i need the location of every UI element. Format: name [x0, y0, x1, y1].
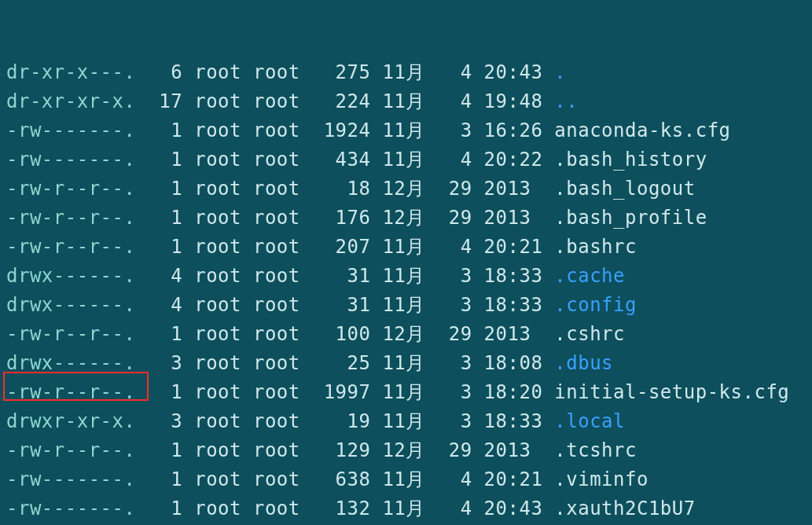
ls-row: -rw-------. 1 root root 1924 11月 3 16:26…: [6, 116, 806, 145]
time: 20:21: [484, 468, 543, 490]
group: root: [253, 236, 300, 258]
permissions: drwxr-xr-x.: [6, 410, 135, 432]
ls-row: -rw-------. 1 root root 132 11月 4 20:43 …: [6, 494, 806, 523]
day: 3: [437, 352, 472, 374]
permissions: -rw-------.: [6, 468, 135, 490]
owner: root: [194, 207, 241, 229]
permissions: -rw-r--r--.: [6, 236, 135, 258]
time: 2013: [484, 207, 543, 229]
size: 207: [312, 236, 371, 258]
size: 31: [312, 294, 371, 316]
terminal-output[interactable]: dr-xr-x---. 6 root root 275 11月 4 20:43 …: [0, 0, 812, 525]
filename: .bashrc: [554, 236, 637, 258]
link-count: 3: [147, 352, 182, 374]
filename: .viminfo: [554, 468, 648, 490]
group: root: [253, 207, 300, 229]
group: root: [253, 265, 300, 287]
permissions: -rw-r--r--.: [6, 439, 135, 461]
month: 11月: [382, 410, 424, 432]
filename: .local: [554, 410, 625, 432]
ls-row: -rw-------. 1 root root 638 11月 4 20:21 …: [6, 465, 806, 494]
filename: .cshrc: [554, 323, 625, 345]
time: 2013: [484, 323, 543, 345]
day: 4: [437, 90, 472, 112]
month: 11月: [382, 119, 424, 141]
month: 11月: [382, 149, 424, 171]
filename: .xauth2C1bU7: [554, 497, 695, 519]
link-count: 1: [147, 119, 182, 141]
month: 12月: [382, 439, 424, 461]
permissions: dr-xr-x---.: [6, 61, 135, 83]
time: 2013: [484, 178, 543, 200]
owner: root: [194, 178, 241, 200]
owner: root: [194, 236, 241, 258]
ls-row: -rw-r--r--. 1 root root 18 12月 29 2013 .…: [6, 174, 806, 204]
permissions: drwx------.: [6, 294, 135, 316]
permissions: -rw-r--r--.: [6, 323, 135, 345]
group: root: [253, 410, 300, 432]
day: 4: [437, 497, 472, 519]
link-count: 4: [147, 265, 182, 287]
filename: .config: [554, 294, 637, 316]
group: root: [253, 61, 300, 83]
size: 129: [312, 439, 371, 461]
link-count: 1: [147, 149, 182, 171]
month: 11月: [382, 468, 424, 490]
filename: .dbus: [554, 352, 613, 374]
link-count: 1: [147, 381, 182, 403]
day: 4: [437, 236, 472, 258]
day: 3: [437, 119, 472, 141]
group: root: [253, 352, 300, 374]
permissions: drwx------.: [6, 265, 135, 287]
ls-row: drwxr-xr-x. 3 root root 19 11月 3 18:33 .…: [6, 407, 806, 436]
day: 3: [437, 410, 472, 432]
day: 3: [437, 381, 472, 403]
owner: root: [194, 294, 241, 316]
group: root: [253, 119, 300, 141]
time: 18:20: [484, 381, 543, 403]
day: 4: [437, 468, 472, 490]
ls-row: dr-xr-x---. 6 root root 275 11月 4 20:43 …: [6, 58, 806, 87]
link-count: 1: [147, 178, 182, 200]
time: 20:43: [484, 61, 543, 83]
size: 18: [312, 178, 371, 200]
month: 11月: [382, 236, 424, 258]
group: root: [253, 323, 300, 345]
day: 3: [437, 294, 472, 316]
link-count: 1: [147, 439, 182, 461]
size: 100: [312, 323, 371, 345]
link-count: 6: [147, 61, 182, 83]
owner: root: [194, 90, 241, 112]
ls-row: -rw-r--r--. 1 root root 1997 11月 3 18:20…: [6, 378, 806, 407]
group: root: [253, 468, 300, 490]
month: 12月: [382, 207, 424, 229]
day: 4: [437, 61, 472, 83]
month: 11月: [382, 352, 424, 374]
day: 29: [437, 178, 472, 200]
ls-row: dr-xr-xr-x. 17 root root 224 11月 4 19:48…: [6, 87, 806, 116]
day: 29: [437, 323, 472, 345]
ls-row: drwx------. 3 root root 25 11月 3 18:08 .…: [6, 349, 806, 378]
owner: root: [194, 61, 241, 83]
size: 176: [312, 207, 371, 229]
size: 25: [312, 352, 371, 374]
time: 16:26: [484, 119, 543, 141]
time: 2013: [484, 439, 543, 461]
link-count: 1: [147, 468, 182, 490]
ls-row: -rw-------. 1 root root 434 11月 4 20:22 …: [6, 145, 806, 174]
ls-row: -rw-r--r--. 1 root root 176 12月 29 2013 …: [6, 204, 806, 233]
size: 132: [312, 497, 371, 519]
size: 275: [312, 61, 371, 83]
ls-row: -rw-r--r--. 1 root root 207 11月 4 20:21 …: [6, 233, 806, 262]
permissions: -rw-------.: [6, 497, 135, 519]
ls-row: -rw-r--r--. 1 root root 100 12月 29 2013 …: [6, 320, 806, 349]
filename: .tcshrc: [554, 439, 637, 461]
filename: .bash_logout: [554, 178, 695, 200]
owner: root: [194, 439, 241, 461]
time: 19:48: [484, 90, 543, 112]
month: 11月: [382, 381, 424, 403]
link-count: 1: [147, 236, 182, 258]
month: 11月: [382, 61, 424, 83]
day: 3: [437, 265, 472, 287]
time: 20:22: [484, 149, 543, 171]
